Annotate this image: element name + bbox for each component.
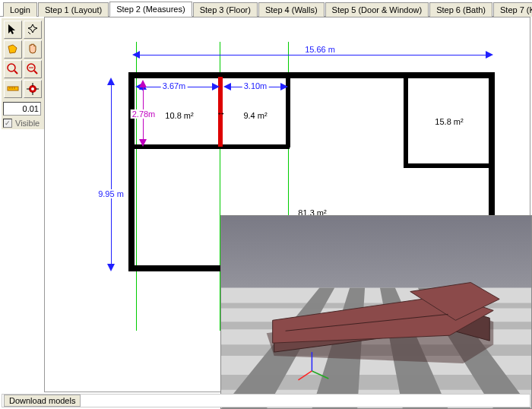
hand-icon (26, 43, 40, 56)
dim-line (111, 81, 112, 267)
zoom-in-tool[interactable] (4, 60, 22, 78)
visible-checkbox[interactable]: ✓ (3, 119, 12, 128)
pointer-icon (6, 23, 20, 36)
tab-step2[interactable]: Step 2 (Measures) (109, 2, 192, 17)
svg-line-3 (34, 71, 37, 74)
dim-arrow (280, 83, 292, 90)
tab-step1[interactable]: Step 1 (Layout) (38, 2, 109, 17)
dim-room2-width: 3.10m (242, 81, 269, 90)
pointer-tool[interactable] (4, 21, 22, 39)
tab-step7[interactable]: Step 7 (Kitchen) (493, 2, 532, 17)
numeric-input[interactable] (3, 102, 41, 116)
wall (131, 144, 290, 149)
wall (404, 163, 492, 168)
target-icon (26, 82, 40, 96)
hand-tool[interactable] (24, 40, 42, 59)
dim-arrow (107, 264, 115, 275)
dim-total-width: 15.66 m (303, 45, 337, 54)
magnify-plus-icon (6, 62, 20, 76)
polygon-icon (6, 43, 20, 56)
tab-login[interactable]: Login (3, 2, 37, 17)
dim-total-height: 9.95 m (97, 189, 125, 198)
svg-line-1 (14, 71, 17, 74)
dim-arrow (486, 51, 497, 59)
svg-point-0 (8, 64, 15, 71)
magnify-minus-icon (26, 62, 40, 76)
area-room1: 10.8 m² (165, 111, 193, 120)
polygon-tool[interactable] (4, 40, 22, 59)
svg-marker-21 (221, 375, 531, 390)
dim-room-height: 2.78m (131, 109, 157, 119)
area-room3: 15.8 m² (435, 117, 463, 126)
edit-tool[interactable] (24, 21, 42, 39)
visible-label: Visible (15, 119, 40, 128)
tab-strip: Login Step 1 (Layout) Step 2 (Measures) … (0, 0, 532, 17)
preview-3d[interactable] (220, 215, 532, 409)
wall (128, 72, 495, 78)
ruler-tool[interactable] (4, 80, 22, 98)
ruler-icon (6, 82, 20, 96)
dim-line (138, 55, 487, 55)
toolbar: ✓ Visible (2, 18, 44, 129)
area-room2: 9.4 m² (243, 111, 267, 120)
checker-floor (221, 216, 531, 409)
drag-handle[interactable]: ↔ (217, 108, 224, 116)
wall (404, 75, 408, 166)
wall (128, 72, 135, 270)
svg-rect-5 (8, 87, 18, 90)
tab-step6[interactable]: Step 6 (Bath) (429, 2, 492, 17)
dim-arrow (139, 139, 147, 151)
tab-step5[interactable]: Step 5 (Door & Window) (325, 2, 429, 17)
status-bar: Download models (2, 394, 530, 407)
zoom-out-tool[interactable] (24, 60, 42, 78)
tab-step3[interactable]: Step 3 (Floor) (193, 2, 258, 17)
tab-step4[interactable]: Step 4 (Walls) (258, 2, 325, 17)
download-models-button[interactable]: Download models (4, 395, 81, 407)
dim-room1-width: 3.67m (161, 81, 188, 90)
svg-point-10 (31, 87, 34, 90)
spark-icon (26, 23, 40, 36)
target-tool[interactable] (24, 80, 42, 98)
